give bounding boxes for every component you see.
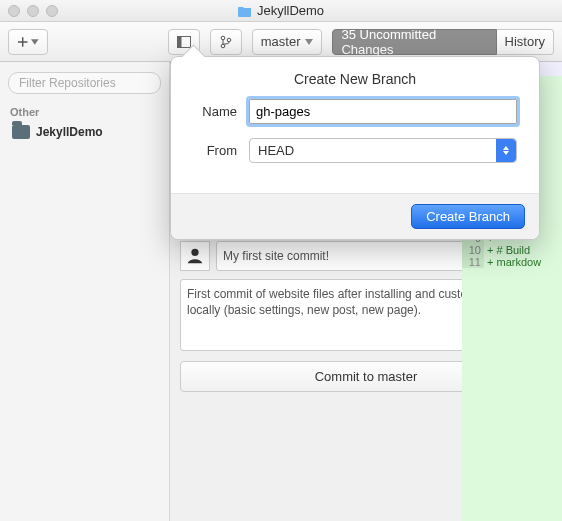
titlebar: JekyllDemo: [0, 0, 562, 22]
window-title: JekyllDemo: [257, 3, 324, 18]
repo-name: JekyllDemo: [36, 125, 103, 139]
tab-history[interactable]: History: [497, 29, 554, 55]
sidebar-section: Other: [10, 106, 161, 118]
select-caret-icon: [496, 139, 516, 162]
zoom-window-icon[interactable]: [46, 5, 58, 17]
branch-selector[interactable]: master: [252, 29, 323, 55]
current-branch: master: [261, 34, 301, 49]
folder-icon: [238, 5, 252, 17]
chevron-down-icon: [305, 39, 313, 45]
chevron-down-icon: [31, 39, 39, 45]
diff-line: 10+ # Build: [462, 244, 562, 256]
plus-icon: [17, 36, 28, 48]
svg-rect-1: [178, 36, 182, 47]
view-switcher: 35 Uncommitted Changes History: [332, 29, 554, 55]
avatar: [180, 241, 210, 271]
branch-icon: [220, 35, 232, 49]
filter-repositories-input[interactable]: Filter Repositories: [8, 72, 161, 94]
window-controls: [8, 5, 58, 17]
sidebar: Filter Repositories Other JekyllDemo: [0, 62, 170, 521]
branch-name-input[interactable]: [249, 99, 517, 124]
create-branch-submit[interactable]: Create Branch: [411, 204, 525, 229]
tab-changes[interactable]: 35 Uncommitted Changes: [332, 29, 496, 55]
panel-icon: [177, 36, 191, 48]
name-label: Name: [193, 104, 237, 119]
from-select[interactable]: HEAD: [249, 138, 517, 163]
add-button[interactable]: [8, 29, 48, 55]
create-branch-button[interactable]: [210, 29, 242, 55]
svg-point-4: [227, 38, 231, 42]
popover-title: Create New Branch: [171, 57, 539, 99]
from-label: From: [193, 143, 237, 158]
repo-icon: [12, 125, 30, 139]
sidebar-repo-item[interactable]: JekyllDemo: [8, 122, 161, 142]
create-branch-popover: Create New Branch Name From HEAD Create …: [170, 56, 540, 240]
minimize-window-icon[interactable]: [27, 5, 39, 17]
svg-point-2: [221, 36, 225, 40]
close-window-icon[interactable]: [8, 5, 20, 17]
diff-line: 11+ markdow: [462, 256, 562, 268]
